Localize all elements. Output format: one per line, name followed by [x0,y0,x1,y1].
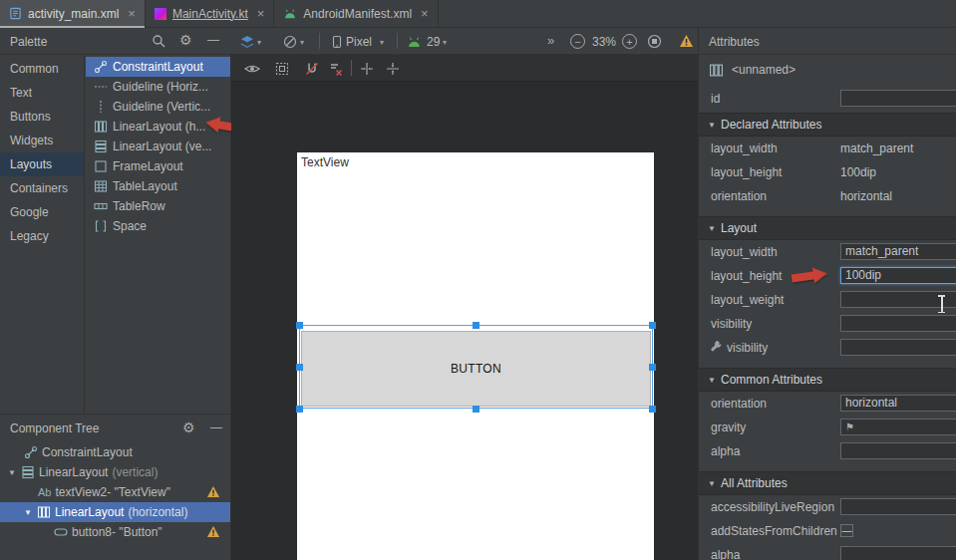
tree-node-linearlayout-vertical[interactable]: ▼ LinearLayout (vertical) [0,462,230,482]
id-input[interactable] [840,90,956,107]
api-level-selector[interactable]: 29 [427,35,440,49]
attr-value[interactable]: horizontal [840,184,892,208]
visibility-input[interactable] [840,315,956,332]
device-phone-icon[interactable] [330,35,344,49]
attr-label: alpha [711,543,740,560]
section-all-attributes[interactable]: ▼ All Attributes [699,471,956,495]
gear-icon[interactable]: ⚙ [179,32,192,48]
main-toolbar: Palette ⚙ — ▾ ▾ Pixel ▾ 29 ▾ » − 33% + A… [0,28,956,55]
palette-item-tablerow[interactable]: TableRow [86,196,230,216]
palette-category-layouts[interactable]: Layouts [0,152,84,176]
design-surface-selector-icon[interactable] [240,35,254,49]
canvas-textview[interactable]: TextView [301,155,349,169]
palette-panel-title: Palette [10,35,47,49]
section-declared-attributes[interactable]: ▼ Declared Attributes [699,113,956,137]
palette-category-containers[interactable]: Containers [0,176,84,200]
view-options-eye-icon[interactable] [244,63,260,75]
palette-categories: Common Text Buttons Widgets Layouts Cont… [0,55,85,414]
palette-category-text[interactable]: Text [0,81,84,105]
resize-handle-top-center[interactable] [473,322,479,329]
resize-handle-middle-left[interactable] [296,364,303,371]
resize-handle-top-left[interactable] [296,322,303,329]
button-icon [54,525,68,539]
accessibility-live-region-input[interactable] [840,498,956,515]
expand-arrow-icon[interactable]: ▼ [23,508,33,517]
space-icon [94,219,108,233]
hide-component-tree-icon[interactable]: — [210,420,222,434]
alpha-input[interactable] [840,546,956,560]
tools-visibility-input[interactable] [840,339,956,356]
warnings-icon[interactable] [679,34,694,48]
blueprint-border-icon[interactable] [275,62,289,76]
palette-category-widgets[interactable]: Widgets [0,129,84,152]
palette-category-google[interactable]: Google [0,200,84,224]
autoconnect-off-magnet-icon[interactable] [305,62,319,76]
close-icon[interactable]: × [128,7,136,20]
search-icon[interactable] [152,34,165,48]
close-icon[interactable]: × [421,7,429,20]
zoom-to-fit-icon[interactable] [647,34,662,49]
toolbar-separator [397,33,398,49]
palette-item-guideline-horizontal[interactable]: Guideline (Horiz... [86,77,230,97]
attr-row: layout_width match_parent [699,137,956,160]
chevron-down-icon: ▾ [300,38,304,47]
palette-item-linearlayout-vertical[interactable]: LinearLayout (ve... [86,137,230,156]
palette-category-buttons[interactable]: Buttons [0,105,84,129]
constraintlayout-icon [94,60,108,74]
device-selector[interactable]: Pixel [346,35,372,49]
resize-handle-bottom-center[interactable] [473,406,479,413]
zoom-out-icon[interactable]: − [570,34,585,49]
alpha-input[interactable] [840,442,956,459]
overflow-chevrons-icon[interactable]: » [547,33,554,48]
resize-handle-top-right[interactable] [649,322,656,329]
text-cursor [937,295,946,313]
palette-item-constraintlayout[interactable]: ConstraintLayout [86,57,230,77]
collapse-arrow-icon[interactable]: ▼ [699,376,721,385]
selected-component-row: <unnamed> [699,55,956,85]
palette-item-tablelayout[interactable]: TableLayout [86,176,230,196]
resize-handle-middle-right[interactable] [649,364,656,371]
selection-outline[interactable] [299,325,653,409]
collapse-arrow-icon[interactable]: ▼ [699,121,721,130]
tab-activity-main-xml[interactable]: activity_main.xml × [0,0,146,27]
component-name: <unnamed> [732,63,796,77]
tree-node-linearlayout-horizontal[interactable]: ▼ LinearLayout (horizontal) [0,502,230,522]
expand-arrow-icon[interactable]: ▼ [7,468,17,477]
attr-value[interactable]: 100dip [840,160,876,184]
guideline-horizontal-icon [94,80,108,94]
attr-value[interactable]: match_parent [840,137,913,160]
orientation-input[interactable]: horizontal [840,395,956,412]
add-states-from-children-checkbox[interactable]: — [840,524,853,537]
resize-handle-bottom-right[interactable] [649,406,656,413]
tab-mainactivity-kt[interactable]: MainActivity.kt × [146,0,274,27]
clear-constraints-icon[interactable] [329,62,343,76]
tree-node-constraintlayout[interactable]: ConstraintLayout [0,442,230,462]
section-layout[interactable]: ▼ Layout [699,216,956,240]
tree-node-button8[interactable]: button8- "Button" [0,522,230,542]
layout-width-input[interactable]: match_parent [840,243,956,260]
palette-item-guideline-vertical[interactable]: Guideline (Vertic... [86,97,230,117]
collapse-arrow-icon[interactable]: ▼ [699,479,721,488]
tab-androidmanifest-xml[interactable]: AndroidManifest.xml × [274,0,438,27]
align-horizontal-icon[interactable] [360,62,374,76]
palette-category-common[interactable]: Common [0,57,84,81]
close-icon[interactable]: × [257,7,265,20]
gear-icon[interactable]: ⚙ [182,420,195,435]
section-common-attributes[interactable]: ▼ Common Attributes [699,368,956,392]
palette-item-framelayout[interactable]: FrameLayout [86,156,230,176]
collapse-arrow-icon[interactable]: ▼ [699,224,721,233]
gravity-input[interactable]: ⚑ [840,419,956,435]
warning-icon [206,485,220,498]
layout-height-input[interactable]: 100dip [840,267,956,284]
zoom-in-icon[interactable]: + [622,34,637,49]
attr-row-id: id [699,85,956,113]
api-level-icon[interactable] [407,36,422,49]
align-vertical-icon[interactable] [386,62,400,76]
component-tree-title: Component Tree [10,421,99,435]
hide-palette-icon[interactable]: — [207,33,219,47]
tree-node-textview2[interactable]: Ab textView2- "TextView" [0,482,230,502]
color-mode-icon[interactable] [283,35,297,49]
resize-handle-bottom-left[interactable] [296,406,303,413]
palette-category-legacy[interactable]: Legacy [0,224,84,248]
palette-item-space[interactable]: Space [86,216,230,236]
